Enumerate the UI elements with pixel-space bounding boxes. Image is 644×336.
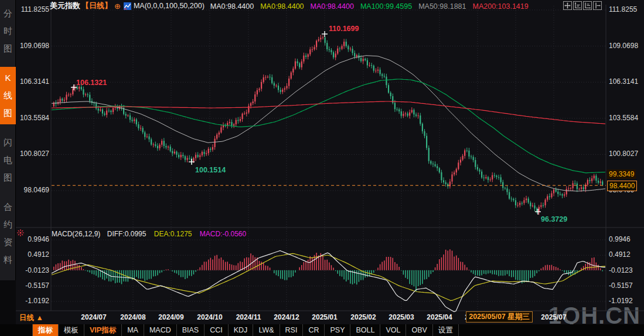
footer-tab-PSY[interactable]: PSY bbox=[325, 324, 350, 336]
ma-value-3: MA100:99.4595 bbox=[360, 2, 412, 11]
grid-lines bbox=[16, 5, 644, 311]
time-axis-label: 2024/11 bbox=[236, 313, 261, 321]
price-extreme-annotation: 100.1514 bbox=[195, 166, 226, 174]
macd-axis-label-right: 0.4912 bbox=[609, 250, 631, 259]
time-axis-label: 2024/10 bbox=[197, 313, 222, 321]
chart-toolbar-icons bbox=[563, 1, 602, 10]
footer-tab-BOLL[interactable]: BOLL bbox=[350, 324, 380, 336]
footer-tab-VOL[interactable]: VOL bbox=[380, 324, 406, 336]
chart-header: 美元指数 【日线】 ⊕ MA(0,0,0,100,50,200) MA0:98.… bbox=[16, 0, 644, 12]
time-axis-label: 2025/07 bbox=[541, 313, 566, 321]
footer-tab-KDJ[interactable]: KDJ bbox=[229, 324, 254, 336]
macd-title: MACD(26,12,9) bbox=[52, 230, 100, 238]
macd-macd-label: MACD:-0.0560 bbox=[200, 230, 246, 238]
crosshair-date-label: 2025/05/07 星期三 bbox=[466, 311, 533, 323]
time-axis: 日线 ▲ 2024/072024/082024/092024/102024/11… bbox=[0, 311, 644, 324]
time-axis-label: 2024/08 bbox=[120, 313, 145, 321]
ma-lines bbox=[52, 56, 605, 191]
footer-tab-BIAS[interactable]: BIAS bbox=[177, 324, 205, 336]
macd-dea-label: DEA:0.1275 bbox=[154, 230, 192, 238]
candles bbox=[53, 35, 604, 215]
price-axis-label-right: 103.5584 bbox=[609, 114, 638, 122]
footer-tab-模板[interactable]: 模板 bbox=[59, 324, 84, 336]
indicator-settings-icon[interactable] bbox=[16, 229, 25, 237]
price-axis-label-right: 106.3141 bbox=[609, 77, 638, 86]
footer-tab-设置[interactable]: 设置 bbox=[433, 324, 459, 336]
ma-value-4: MA50:98.1881 bbox=[418, 2, 466, 11]
footer-tab-CCI[interactable]: CCI bbox=[205, 324, 229, 336]
macd-readout: MACD(26,12,9) DIFF:0.0995 DEA:0.1275 MAC… bbox=[52, 230, 246, 238]
footer-tab-指标[interactable]: 指标 bbox=[32, 324, 59, 336]
time-axis-label: 2025/03 bbox=[389, 313, 414, 321]
symbol-name[interactable]: 美元指数 bbox=[50, 1, 80, 11]
ma-params: MA(0,0,0,100,50,200) bbox=[134, 2, 205, 10]
ma-readouts: MA0:98.4400MA0:98.4400MA0:98.4400MA100:9… bbox=[210, 1, 535, 11]
macd-axis-label-right: 0.9946 bbox=[609, 235, 631, 243]
axis-scale-left-icon[interactable] bbox=[573, 1, 582, 10]
sidebar-tab-0[interactable]: 分时图 bbox=[0, 2, 16, 60]
chart-type-sidebar: 分时图K线图闪电图合约资料 bbox=[0, 0, 16, 336]
indicator-toolbar: 指标模板VIP指标MAMACDBIASCCIKDJLW&RSICRPSYBOLL… bbox=[0, 324, 644, 336]
ma-value-2: MA0:98.4400 bbox=[311, 2, 354, 11]
macd-diff-label: DIFF:0.0995 bbox=[107, 230, 146, 238]
footer-tab-OBV[interactable]: OBV bbox=[406, 324, 432, 336]
footer-tab-MA[interactable]: MA bbox=[122, 324, 144, 336]
macd-axis-label-right: -1.0192 bbox=[609, 297, 633, 305]
price-extreme-annotation: 96.3729 bbox=[541, 215, 567, 223]
ma-value-5: MA200:103.1419 bbox=[472, 2, 528, 11]
time-axis-label: 2024/07 bbox=[81, 313, 106, 321]
macd-histogram bbox=[54, 249, 602, 291]
footer-tab-LW&[interactable]: LW& bbox=[253, 324, 280, 336]
chart-type-icon[interactable] bbox=[124, 2, 131, 10]
extreme-cross-marker bbox=[535, 209, 541, 215]
time-axis-label: 2025/04 bbox=[427, 313, 452, 321]
add-indicator-icon[interactable]: ⊕ bbox=[114, 2, 121, 11]
time-axis-label: 2024/12 bbox=[274, 313, 299, 321]
macd-axis-label-right: -0.5157 bbox=[609, 281, 633, 290]
footer-tab-MACD[interactable]: MACD bbox=[144, 324, 177, 336]
ma-value-1: MA0:98.4400 bbox=[260, 2, 304, 11]
sidebar-tab-3[interactable]: 合约资料 bbox=[0, 196, 16, 271]
last-price-tag[interactable]: 98.4400 bbox=[607, 181, 637, 191]
sidebar-tab-1[interactable]: K线图 bbox=[0, 67, 16, 124]
macd-axis-label-right: -0.0123 bbox=[609, 266, 633, 274]
footer-tab-CR[interactable]: CR bbox=[303, 324, 325, 336]
shift-chart-icon[interactable] bbox=[593, 1, 602, 10]
axis-scale-right-icon[interactable] bbox=[583, 1, 592, 10]
price-axis-label-right: 100.8027 bbox=[609, 150, 638, 158]
footer-tab-VIP指标[interactable]: VIP指标 bbox=[84, 324, 122, 336]
price-extreme-annotation: 106.1321 bbox=[76, 79, 107, 87]
alert-price-tag[interactable]: 99.3349 bbox=[607, 169, 636, 179]
time-axis-label: 2024/09 bbox=[158, 313, 183, 321]
period-tag[interactable]: 【日线】 bbox=[81, 1, 112, 11]
price-axis-label-right: 109.0698 bbox=[609, 42, 638, 50]
macd-lines bbox=[52, 251, 605, 312]
footer-tab-RSI[interactable]: RSI bbox=[280, 324, 304, 336]
sidebar-tab-2[interactable]: 闪电图 bbox=[0, 131, 16, 189]
candlestick-chart-canvas[interactable] bbox=[0, 0, 644, 336]
time-axis-label: 2025/01 bbox=[312, 313, 337, 321]
ma-value-0: MA0:98.4400 bbox=[210, 2, 254, 11]
price-extreme-annotation: 110.1699 bbox=[329, 25, 359, 33]
period-badge[interactable]: 日线 ▲ bbox=[19, 313, 43, 323]
pan-tool-icon[interactable] bbox=[563, 1, 572, 10]
trading-app-window: 1QH.CN 分时图K线图闪电图合约资料 美元指数 【日线】 ⊕ MA(0,0,… bbox=[0, 0, 644, 336]
time-axis-label: 2025/02 bbox=[350, 313, 376, 321]
